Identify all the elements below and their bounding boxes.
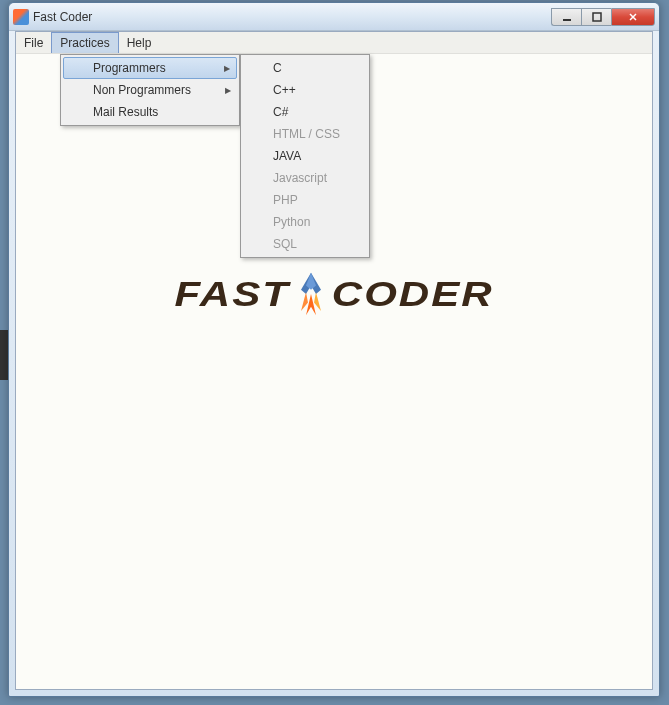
menubar: File Practices Help xyxy=(16,32,652,54)
svg-rect-1 xyxy=(593,13,601,21)
svg-rect-0 xyxy=(563,19,571,21)
menu-item-label: Programmers xyxy=(93,61,166,75)
menu-file[interactable]: File xyxy=(16,32,51,53)
dropdown-programmers: C C++ C# HTML / CSS JAVA Javascript PHP … xyxy=(240,54,370,258)
menu-item-label: C# xyxy=(273,105,288,119)
close-icon xyxy=(628,12,638,22)
menu-item-label: C xyxy=(273,61,282,75)
menu-item-label: HTML / CSS xyxy=(273,127,340,141)
menu-item-mail-results[interactable]: Mail Results xyxy=(63,101,237,123)
logo: FAST CODER xyxy=(174,269,493,320)
minimize-button[interactable] xyxy=(551,8,581,26)
menu-item-javascript[interactable]: Javascript xyxy=(243,167,367,189)
menu-item-label: C++ xyxy=(273,83,296,97)
client-area: File Practices Help FAST CODER xyxy=(15,31,653,690)
menu-item-non-programmers[interactable]: Non Programmers ▶ xyxy=(63,79,237,101)
menu-item-php[interactable]: PHP xyxy=(243,189,367,211)
close-button[interactable] xyxy=(611,8,655,26)
minimize-icon xyxy=(562,12,572,22)
menu-item-programmers[interactable]: Programmers ▶ xyxy=(63,57,237,79)
logo-text-left: FAST xyxy=(174,274,289,315)
menu-item-label: Javascript xyxy=(273,171,327,185)
menu-item-label: Python xyxy=(273,215,310,229)
menu-item-c[interactable]: C xyxy=(243,57,367,79)
menu-item-csharp[interactable]: C# xyxy=(243,101,367,123)
menu-item-label: SQL xyxy=(273,237,297,251)
window-title: Fast Coder xyxy=(33,10,551,24)
dropdown-practices: Programmers ▶ Non Programmers ▶ Mail Res… xyxy=(60,54,240,126)
logo-text-right: CODER xyxy=(332,274,494,315)
menu-item-html-css[interactable]: HTML / CSS xyxy=(243,123,367,145)
background-edge xyxy=(0,330,8,380)
menu-item-python[interactable]: Python xyxy=(243,211,367,233)
main-window: Fast Coder File Practices Help FAST xyxy=(8,2,660,697)
titlebar[interactable]: Fast Coder xyxy=(9,3,659,31)
app-icon xyxy=(13,9,29,25)
maximize-icon xyxy=(592,12,602,22)
maximize-button[interactable] xyxy=(581,8,611,26)
menu-help[interactable]: Help xyxy=(119,32,160,53)
rocket-icon xyxy=(286,269,336,320)
menu-item-cpp[interactable]: C++ xyxy=(243,79,367,101)
menu-item-label: Non Programmers xyxy=(93,83,191,97)
menu-item-label: JAVA xyxy=(273,149,301,163)
menu-item-label: Mail Results xyxy=(93,105,158,119)
menu-item-label: PHP xyxy=(273,193,298,207)
window-controls xyxy=(551,8,655,26)
submenu-arrow-icon: ▶ xyxy=(224,64,230,73)
menu-item-java[interactable]: JAVA xyxy=(243,145,367,167)
menu-item-sql[interactable]: SQL xyxy=(243,233,367,255)
menu-practices[interactable]: Practices xyxy=(51,32,118,53)
submenu-arrow-icon: ▶ xyxy=(225,86,231,95)
